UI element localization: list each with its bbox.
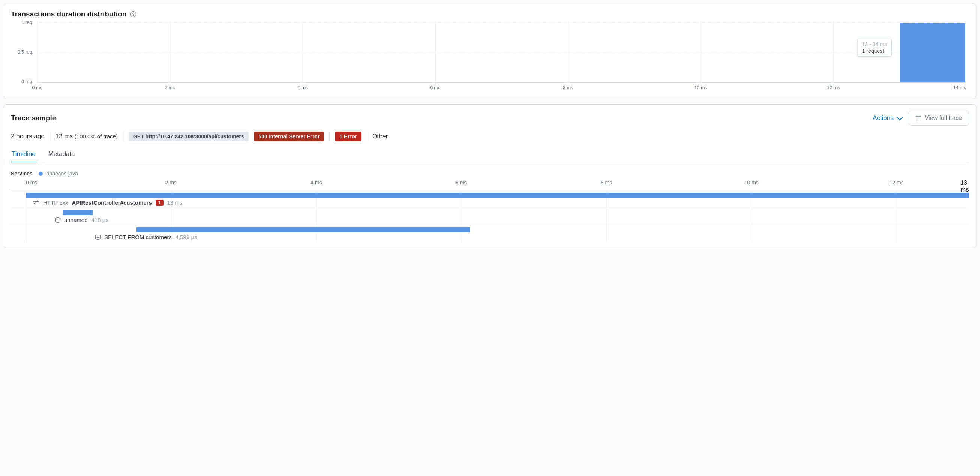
services-label: Services [11,171,33,176]
span-row[interactable]: unnamed418 µs [11,207,969,225]
axis-tick: 2 ms [165,179,177,186]
tab-timeline[interactable]: Timeline [11,148,37,162]
x-tick: 0 ms [32,85,42,90]
trace-latency-pct: (100.0% of trace) [75,133,118,140]
y-tick: 1 req. [21,20,33,25]
chevron-down-icon [896,114,903,120]
x-tick: 6 ms [430,85,441,90]
span-duration: 4,599 µs [176,234,197,240]
x-tick: 8 ms [563,85,573,90]
span-row[interactable]: HTTP 5xxAPIRestController#customers113 m… [11,190,969,207]
axis-tick: 10 ms [745,179,759,186]
help-icon[interactable]: ? [130,11,136,17]
result-label: Other [372,133,388,140]
axis-tick: 8 ms [601,179,612,186]
service-color-dot [39,172,43,176]
service-name: opbeans-java [46,171,78,176]
database-icon [95,235,100,240]
span-name: SELECT FROM customers [104,234,172,240]
tooltip-range: 13 - 14 ms [862,41,887,47]
axis-tick: 12 ms [889,179,904,186]
y-tick: 0 req. [21,79,33,84]
span-label: SELECT FROM customers4,599 µs [11,234,969,240]
span-label: unnamed418 µs [11,217,969,223]
divider [50,132,50,141]
timeline-body: HTTP 5xxAPIRestController#customers113 m… [11,190,969,242]
trace-latency: 13 ms (100.0% of trace) [56,133,118,140]
error-badge[interactable]: 1 Error [335,132,361,141]
actions-dropdown[interactable]: Actions [873,114,901,122]
span-bar[interactable] [26,193,969,198]
trace-latency-value: 13 ms [56,133,73,140]
divider [367,132,367,141]
distribution-panel: Transactions duration distribution ? 1 r… [4,4,976,99]
span-bar[interactable] [136,227,470,232]
span-name: unnamed [64,217,88,223]
distribution-plot-area: 13 - 14 ms 1 request [37,21,966,83]
span-row[interactable]: SELECT FROM customers4,599 µs [11,225,969,242]
x-tick: 4 ms [298,85,308,90]
span-duration: 418 µs [92,217,108,223]
actions-label: Actions [873,114,894,122]
x-tick: 12 ms [827,85,840,90]
distribution-title-text: Transactions duration distribution [11,10,126,18]
axis-tick: 4 ms [310,179,321,186]
span-status: HTTP 5xx [43,199,68,206]
span-bar[interactable] [63,210,93,215]
view-full-trace-label: View full trace [925,115,962,121]
tooltip-value: 1 request [862,48,887,54]
trace-tabs: Timeline Metadata [11,148,969,162]
list-icon [916,116,921,120]
span-name: APIRestController#customers [72,199,151,206]
trace-sample-panel: Trace sample Actions View full trace 2 h… [4,104,976,248]
distribution-y-axis: 1 req. 0.5 req. 0 req. [11,21,36,83]
http-icon [33,200,40,205]
database-icon [55,217,60,223]
distribution-x-axis: 0 ms 2 ms 4 ms 6 ms 8 ms 10 ms 12 ms 14 … [37,84,966,92]
span-error-count-badge: 1 [156,200,164,206]
span-label: HTTP 5xxAPIRestController#customers113 m… [11,199,969,206]
distribution-tooltip: 13 - 14 ms 1 request [858,39,892,57]
distribution-title: Transactions duration distribution ? [11,10,969,18]
timeline-axis: 0 ms 2 ms 4 ms 6 ms 8 ms 10 ms 12 ms 13 … [26,179,969,189]
axis-tick: 0 ms [26,179,37,186]
tab-metadata[interactable]: Metadata [48,148,76,162]
axis-tick: 6 ms [455,179,467,186]
trace-age: 2 hours ago [11,133,45,140]
trace-sample-title: Trace sample [11,114,56,122]
x-tick: 2 ms [165,85,175,90]
distribution-bar-13-14[interactable] [900,23,966,83]
trace-summary: 2 hours ago 13 ms (100.0% of trace) GET … [11,132,969,141]
divider [329,132,330,141]
view-full-trace-button[interactable]: View full trace [909,111,969,125]
services-legend: Services opbeans-java [11,171,969,176]
x-tick: 14 ms [953,85,966,90]
span-duration: 13 ms [167,199,183,206]
status-badge: 500 Internal Server Error [254,132,324,141]
x-tick: 10 ms [694,85,707,90]
distribution-chart[interactable]: 1 req. 0.5 req. 0 req. 13 - 14 ms 1 requ… [11,21,969,92]
request-badge: GET http://10.47.242.108:3000/api/custom… [129,132,249,141]
divider [123,132,123,141]
y-tick: 0.5 req. [18,49,33,55]
